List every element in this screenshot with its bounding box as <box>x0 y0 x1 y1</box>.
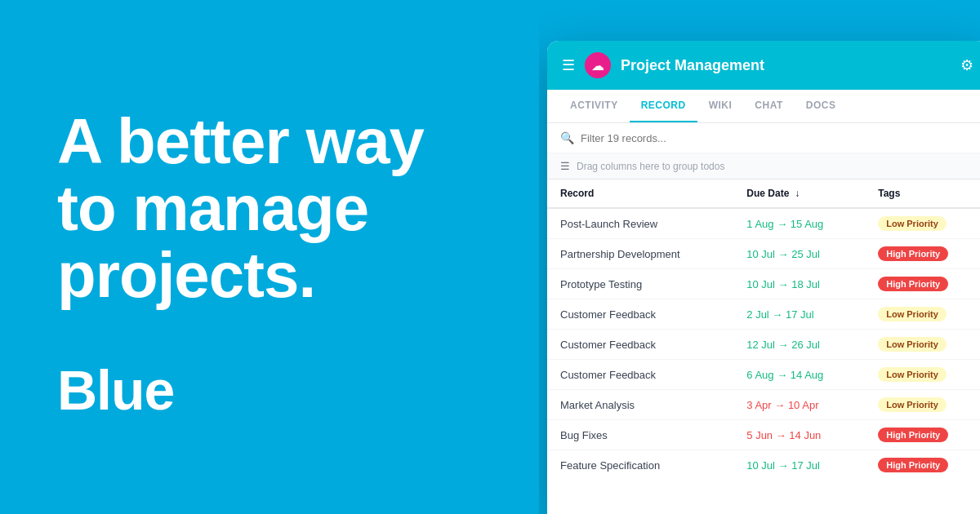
table-row[interactable]: Customer Feedback6 Aug → 14 AugLow Prior… <box>547 360 980 390</box>
col-due-date: Due Date ↓ <box>733 179 865 208</box>
tabs-bar: ACTIVITY RECORD WIKI CHAT DOCS <box>547 90 980 123</box>
cell-record: Post-Launch Review <box>547 208 733 239</box>
table-row[interactable]: Market Analysis3 Apr → 10 AprLow Priorit… <box>547 390 980 420</box>
cell-record: Customer Feedback <box>547 330 733 360</box>
cell-due-date: 10 Jul → 17 Jul <box>733 450 865 481</box>
cell-due-date: 3 Apr → 10 Apr <box>733 390 865 420</box>
cell-due-date: 1 Aug → 15 Aug <box>733 208 865 239</box>
app-window: ☰ ☁ Project Management ⚙ ACTIVITY RECORD… <box>547 41 980 514</box>
cell-record: Feature Specification <box>547 450 733 481</box>
cell-due-date: 10 Jul → 18 Jul <box>733 269 865 299</box>
table-row[interactable]: Post-Launch Review1 Aug → 15 AugLow Prio… <box>547 208 980 239</box>
cell-tag: High Priority <box>865 269 980 299</box>
search-input[interactable] <box>581 132 975 144</box>
cell-record: Market Analysis <box>547 390 733 420</box>
right-panel: ☰ ☁ Project Management ⚙ ACTIVITY RECORD… <box>539 0 980 514</box>
hero-line1: A better way <box>57 105 424 177</box>
tab-record[interactable]: RECORD <box>630 90 697 122</box>
tab-activity[interactable]: ACTIVITY <box>559 90 630 122</box>
cell-record: Prototype Testing <box>547 269 733 299</box>
cell-tag: Low Priority <box>865 360 980 390</box>
group-text: Drag columns here to group todos <box>577 161 724 172</box>
cell-tag: Low Priority <box>865 208 980 239</box>
table-row[interactable]: Customer Feedback2 Jul → 17 JulLow Prior… <box>547 299 980 330</box>
cell-tag: High Priority <box>865 450 980 481</box>
cell-tag: Low Priority <box>865 330 980 360</box>
cell-due-date: 12 Jul → 26 Jul <box>733 330 865 360</box>
table-row[interactable]: Prototype Testing10 Jul → 18 JulHigh Pri… <box>547 269 980 299</box>
search-icon: 🔍 <box>560 131 574 144</box>
settings-icon[interactable]: ⚙ <box>960 56 973 74</box>
cell-tag: Low Priority <box>865 390 980 420</box>
col-record: Record <box>547 179 733 208</box>
cell-tag: Low Priority <box>865 299 980 330</box>
hero-line3: projects. <box>57 239 315 311</box>
cell-due-date: 6 Aug → 14 Aug <box>733 360 865 390</box>
cell-due-date: 5 Jun → 14 Jun <box>733 420 865 450</box>
cell-due-date: 10 Jul → 25 Jul <box>733 239 865 269</box>
hero-title: A better way to manage projects. <box>57 109 490 309</box>
tab-docs[interactable]: DOCS <box>795 90 848 122</box>
table-row[interactable]: Partnership Development10 Jul → 25 JulHi… <box>547 239 980 269</box>
app-header: ☰ ☁ Project Management ⚙ <box>547 41 980 90</box>
sort-icon[interactable]: ↓ <box>795 188 800 199</box>
tab-wiki[interactable]: WIKI <box>697 90 744 122</box>
cell-record: Customer Feedback <box>547 360 733 390</box>
cell-record: Bug Fixes <box>547 420 733 450</box>
app-title: Project Management <box>621 57 951 74</box>
search-bar: 🔍 <box>547 123 980 153</box>
cell-tag: High Priority <box>865 420 980 450</box>
cell-record: Partnership Development <box>547 239 733 269</box>
table-header-row: Record Due Date ↓ Tags <box>547 179 980 208</box>
tab-chat[interactable]: CHAT <box>743 90 794 122</box>
table-row[interactable]: Feature Specification10 Jul → 17 JulHigh… <box>547 450 980 481</box>
hero-line2: to manage <box>57 172 368 244</box>
group-bar: ☰ Drag columns here to group todos <box>547 153 980 179</box>
records-table: Record Due Date ↓ Tags Post-Launch Revie… <box>547 179 980 480</box>
app-logo-icon: ☁ <box>585 52 611 78</box>
group-icon: ☰ <box>560 160 570 172</box>
table-row[interactable]: Customer Feedback12 Jul → 26 JulLow Prio… <box>547 330 980 360</box>
cell-tag: High Priority <box>865 239 980 269</box>
col-tags: Tags <box>865 179 980 208</box>
table-row[interactable]: Bug Fixes5 Jun → 14 JunHigh Priority <box>547 420 980 450</box>
cell-record: Customer Feedback <box>547 299 733 330</box>
left-panel: A better way to manage projects. Blue <box>0 0 539 514</box>
hamburger-icon[interactable]: ☰ <box>562 56 575 74</box>
cell-due-date: 2 Jul → 17 Jul <box>733 299 865 330</box>
brand-name: Blue <box>57 358 490 422</box>
